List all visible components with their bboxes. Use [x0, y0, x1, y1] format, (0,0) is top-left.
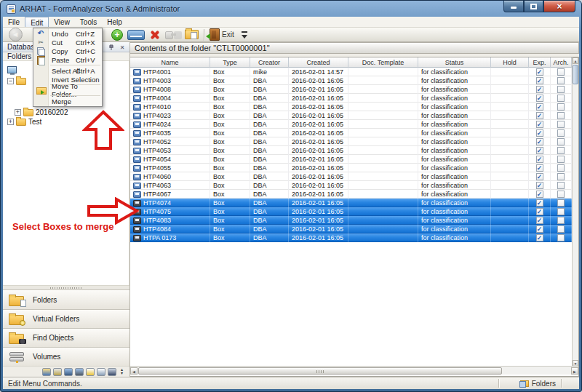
exit-button[interactable]: Exit — [208, 28, 236, 42]
exp-checkbox[interactable]: ✓ — [536, 95, 543, 102]
arch-checkbox[interactable] — [557, 199, 565, 207]
arch-checkbox[interactable] — [557, 86, 565, 93]
close-button[interactable]: × — [543, 1, 575, 12]
menu-item-undo[interactable]: UndoCtrl+Z — [33, 29, 102, 38]
maximize-button[interactable] — [524, 1, 543, 12]
menu-edit[interactable]: Edit — [25, 17, 49, 27]
table-row[interactable]: HTP4053BoxDBA2016-02-01 16:05for classif… — [130, 146, 578, 155]
move-to-folder-button[interactable] — [183, 28, 200, 42]
table-row[interactable]: HTP4055BoxDBA2016-02-01 16:05for classif… — [130, 164, 578, 172]
menu-view[interactable]: View — [49, 17, 75, 27]
exp-checkbox[interactable]: ✓ — [536, 208, 543, 215]
toolbar-overflow-button[interactable] — [236, 28, 253, 42]
column-header-doc-template[interactable]: Doc. Template — [348, 57, 418, 68]
table-row[interactable]: HTPA 0173BoxDBA2016-02-01 16:05for class… — [130, 233, 578, 242]
add-button[interactable] — [108, 28, 126, 42]
column-header-exp[interactable]: Exp. — [529, 57, 551, 68]
monitor-settings-icon[interactable] — [75, 368, 84, 376]
arch-checkbox[interactable] — [557, 112, 565, 119]
column-header-hold[interactable]: Hold — [491, 57, 529, 68]
menu-file[interactable]: File — [3, 17, 25, 27]
table-row[interactable]: HTP4084BoxDBA2016-02-01 16:05for classif… — [130, 225, 578, 233]
menu-item-cut[interactable]: CutCtrl+X — [33, 38, 102, 47]
arch-checkbox[interactable] — [557, 208, 565, 215]
exp-checkbox[interactable]: ✓ — [536, 225, 543, 233]
table-row[interactable]: HTP4075BoxDBA2016-02-01 16:05for classif… — [130, 207, 578, 216]
table-row[interactable]: HTP4063BoxDBA2016-02-01 16:05for classif… — [130, 181, 578, 190]
panel-close-icon[interactable]: ✕ — [119, 44, 126, 51]
arch-checkbox[interactable] — [557, 156, 565, 163]
menu-item-select-all[interactable]: Select AllCtrl+A — [33, 66, 102, 75]
table-row[interactable]: HTP4023BoxDBA2016-02-01 16:05for classif… — [130, 111, 578, 120]
arch-checkbox[interactable] — [557, 138, 565, 145]
table-row[interactable]: HTP4010BoxDBA2016-02-01 16:05for classif… — [130, 103, 578, 111]
column-header-arch[interactable]: Arch. — [551, 57, 572, 68]
pin-icon[interactable] — [108, 44, 115, 51]
nav-volumes[interactable]: Volumes — [3, 347, 129, 366]
arch-checkbox[interactable] — [557, 173, 565, 180]
arch-checkbox[interactable] — [557, 77, 565, 84]
table-row[interactable]: HTP4003BoxDBA2016-02-01 16:05for classif… — [130, 76, 578, 85]
exp-checkbox[interactable]: ✓ — [536, 103, 543, 111]
column-header-creator[interactable]: Creator — [250, 57, 289, 68]
menu-item-paste[interactable]: PasteCtrl+V — [33, 55, 102, 64]
nav-find-objects[interactable]: Find Objects — [3, 328, 129, 347]
nav-folders[interactable]: Folders — [3, 290, 129, 309]
delete-button[interactable] — [146, 28, 164, 42]
vertical-scrollbar[interactable]: ▲ ▼ — [572, 57, 578, 367]
exp-checkbox[interactable]: ✓ — [536, 112, 543, 119]
exp-checkbox[interactable]: ✓ — [536, 129, 543, 137]
column-header-type[interactable]: Type — [210, 57, 250, 68]
arch-checkbox[interactable] — [557, 217, 565, 224]
menu-item-merge[interactable]: Merge — [33, 97, 102, 105]
scroll-up-arrow[interactable]: ▲ — [573, 57, 578, 64]
minimize-button[interactable] — [503, 1, 524, 12]
splitter-handle[interactable] — [3, 285, 129, 290]
expand-icon[interactable]: + — [15, 109, 21, 116]
exp-checkbox[interactable]: ✓ — [536, 182, 543, 189]
exp-checkbox[interactable]: ✓ — [536, 138, 543, 145]
menu-help[interactable]: Help — [102, 17, 127, 27]
exp-checkbox[interactable]: ✓ — [536, 234, 543, 241]
scan-button[interactable] — [126, 28, 146, 42]
table-row[interactable]: HTP4083BoxDBA2016-02-01 16:05for classif… — [130, 216, 578, 225]
collapse-toggle-icon[interactable]: ▴▾ — [119, 368, 125, 376]
exp-checkbox[interactable]: ✓ — [536, 191, 543, 198]
table-row[interactable]: HTP4008BoxDBA2016-02-01 16:05for classif… — [130, 85, 578, 94]
scroll-left-arrow[interactable]: ◀ — [130, 367, 137, 375]
arch-checkbox[interactable] — [557, 182, 565, 189]
menu-tools[interactable]: Tools — [75, 17, 102, 27]
exp-checkbox[interactable]: ✓ — [536, 164, 543, 172]
scroll-right-arrow[interactable]: ▶ — [571, 367, 578, 375]
table-row[interactable]: HTP4067BoxDBA2016-02-01 16:05for classif… — [130, 190, 578, 199]
exp-checkbox[interactable]: ✓ — [536, 199, 543, 207]
horizontal-scrollbar[interactable]: ◀ ▶ — [130, 366, 578, 375]
document-settings-icon[interactable] — [97, 368, 105, 376]
expand-icon[interactable]: + — [7, 119, 14, 125]
table-row[interactable]: HTP4035BoxDBA2016-02-01 16:05for classif… — [130, 129, 578, 137]
exp-checkbox[interactable]: ✓ — [536, 68, 543, 76]
exp-checkbox[interactable]: ✓ — [536, 86, 543, 93]
title-bar[interactable]: ARHAT - FormAnalyzer Scan & Administrato… — [1, 1, 581, 17]
column-header-status[interactable]: Status — [418, 57, 491, 68]
arch-checkbox[interactable] — [557, 68, 565, 76]
table-row[interactable]: HTP4074BoxDBA2016-02-01 16:05for classif… — [130, 199, 578, 207]
save-icon[interactable] — [108, 368, 116, 376]
exp-checkbox[interactable]: ✓ — [536, 173, 543, 180]
vertical-scroll-thumb[interactable] — [573, 65, 578, 84]
arch-checkbox[interactable] — [557, 121, 565, 128]
table-row[interactable]: HTP4024BoxDBA2016-02-01 16:05for classif… — [130, 120, 578, 129]
horizontal-scroll-thumb[interactable] — [138, 367, 502, 375]
table-row[interactable]: HTP4001Boxmike2016-02-01 14:57for classi… — [130, 68, 578, 76]
table-row[interactable]: HTP4054BoxDBA2016-02-01 16:05for classif… — [130, 155, 578, 164]
arch-checkbox[interactable] — [557, 164, 565, 172]
table-row[interactable]: HTP4060BoxDBA2016-02-01 16:05for classif… — [130, 172, 578, 181]
arch-checkbox[interactable] — [557, 129, 565, 137]
menu-item-copy[interactable]: CopyCtrl+C — [33, 47, 102, 55]
database-icon[interactable] — [53, 368, 62, 376]
collapse-icon[interactable]: − — [7, 78, 14, 84]
exp-checkbox[interactable]: ✓ — [536, 77, 543, 84]
report-warning-icon[interactable] — [86, 368, 95, 376]
exp-checkbox[interactable]: ✓ — [536, 121, 543, 128]
column-header-created[interactable]: Created — [289, 57, 348, 68]
